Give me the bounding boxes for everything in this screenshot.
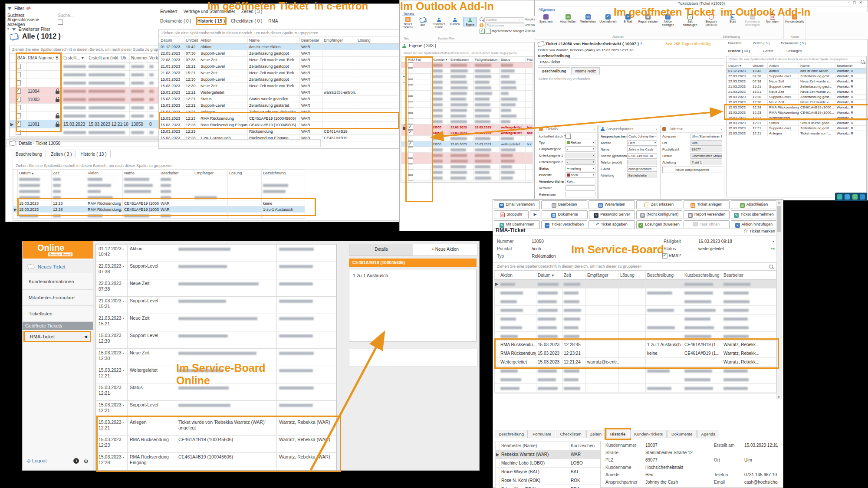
row-checkbox[interactable] [16, 97, 21, 102]
table-row[interactable] [401, 119, 533, 124]
table-row[interactable] [401, 147, 533, 153]
tab-1[interactable]: Zeiten ( 3 ) [753, 41, 770, 45]
details-bar[interactable]: Details - Ticket 13050 [7, 139, 321, 147]
table-row[interactable] [495, 306, 776, 314]
tab-1[interactable]: Zeiten ( 3 ) [47, 150, 76, 158]
table-row[interactable]: 22.03.2023 - 07:38Support-Level [96, 262, 336, 279]
table-row[interactable]: 21.03.202315:21Support-LevelZeiterfassun… [727, 84, 866, 89]
column-header[interactable]: Datum ▾ [727, 63, 751, 69]
table-row[interactable]: 15.03.202312:23RMA RücksendungCE461A#B19… [727, 110, 866, 115]
table-row[interactable]: 15.03.202312:30Support-LevelZeiterfassun… [159, 76, 402, 83]
tab-0[interactable]: Beschreibung [538, 67, 570, 75]
column-header[interactable]: Status [500, 57, 526, 62]
pin-icon[interactable]: ▪ [594, 127, 595, 131]
row-checkbox[interactable] [408, 108, 413, 113]
column-header[interactable]: Kurzzeichen [569, 442, 600, 450]
table-row[interactable]: + [401, 68, 533, 74]
table-row[interactable]: 22.03.202307:38Neue ZeitNeue Zeit wurde … [159, 57, 402, 63]
row-checkbox[interactable] [408, 79, 413, 85]
table-row[interactable]: AnsprechpartnerJohnny the CashEmailcash@… [604, 478, 778, 486]
row-checkbox[interactable] [408, 113, 413, 118]
info-icon[interactable]: i [73, 458, 79, 464]
password-server-button[interactable]: YPassword Server [589, 210, 635, 219]
field-value[interactable]: Cash, Johnny the▾ [627, 134, 657, 139]
table-row[interactable] [401, 113, 533, 119]
column-header[interactable]: Erstellt am (inkl. Uh... [87, 54, 130, 62]
table-row[interactable]: ▶Rebekka Warratz (WAR)WAR [496, 450, 600, 459]
table-row[interactable]: + [401, 79, 533, 85]
chevron-down-icon[interactable]: ▾ [774, 443, 776, 447]
table-row[interactable]: KundennameHochsicherheitstakt [604, 464, 778, 471]
toolbar-icon-2[interactable] [845, 194, 850, 200]
table-row[interactable]: 21.03.202315:21Neue ZeitNeue Zeit wurde … [159, 70, 402, 76]
field-value[interactable]: -▾ [566, 153, 595, 158]
ticket-uebernehmen-button[interactable]: ✎Ticket übernehmen [731, 210, 777, 219]
table-row[interactable]: 21.03.202315:21Support-LevelZeiterfassun… [159, 63, 402, 70]
column-header[interactable]: Name [123, 170, 159, 176]
table-row[interactable] [495, 323, 776, 332]
tab-3[interactable]: Zeiten [586, 430, 605, 438]
table-row[interactable]: 15.03.202312:30Neue ZeitNeue Zeit wurde … [159, 83, 402, 89]
table-row[interactable]: Weitergeleitet15.03.202312:21:24warratz@… [495, 358, 776, 367]
table-row[interactable] [401, 85, 533, 91]
table-row[interactable] [13, 182, 405, 188]
table-row[interactable] [495, 367, 776, 375]
table-row[interactable]: 15.03.2023 - 12:30Support-Level [96, 331, 336, 349]
table-row[interactable]: 15.03.2023 - 12:21Support-Level [96, 401, 336, 418]
table-row[interactable]: 15.03.202312:30Neue ZeitNeue Zeit wurde … [727, 100, 866, 105]
tab-1[interactable]: Geräte [763, 49, 773, 53]
table-row[interactable]: 01.12.202310:42Aktiondas ist eine Aktion… [159, 44, 402, 50]
filter-checkbox[interactable] [480, 29, 485, 34]
sidebar-item-0[interactable]: Kundeninformationen [23, 274, 93, 290]
tab-6[interactable]: Dokumente [667, 430, 697, 438]
abgeschlossene-checkbox[interactable] [486, 29, 491, 34]
tab-2[interactable]: Lösungen [786, 49, 802, 53]
search-icon[interactable] [769, 265, 773, 269]
column-header[interactable]: Nummer [130, 54, 148, 62]
field-value[interactable]: hoch▾ [566, 172, 595, 178]
row-checkbox[interactable] [408, 158, 413, 164]
table-row[interactable]: Kundennummer10007Erstellt am15.03.2023 1… [604, 442, 778, 449]
tab-2[interactable]: Historie ( 13 ) [77, 150, 111, 158]
row-checkbox[interactable] [408, 130, 413, 135]
table-row[interactable]: 01.12.2023 - 10:42Aktion [96, 245, 336, 262]
abschliessen-button[interactable]: ▤Abschließen [731, 200, 777, 209]
table-row[interactable]: 15.03.202312:21StatusStatus wurde geän..… [727, 121, 866, 126]
ticketnummer-input[interactable]: Ticketnummer [485, 23, 525, 28]
tab-0[interactable]: Beschreibung [495, 430, 528, 438]
search-icon[interactable] [861, 60, 865, 64]
stoppuhr-button[interactable]: ◴Stoppuhr [494, 210, 529, 219]
table-row[interactable]: 15.03.202312:21AnlegenTicket wurde von '… [727, 131, 866, 136]
table-row[interactable]: PLZ89077OrtUlm [604, 456, 778, 464]
column-header[interactable]: Aktion [499, 271, 536, 280]
tab-1[interactable]: Formulare [529, 430, 555, 438]
field-value[interactable]: 89077 [690, 147, 722, 152]
column-header[interactable]: B... [54, 54, 62, 62]
tab-4[interactable]: Historie [606, 430, 629, 438]
weiterleiten-button[interactable]: ▤Weiterleiten [578, 13, 598, 23]
row-checkbox[interactable] [408, 136, 413, 141]
chevron-down-icon[interactable]: ▾ [773, 240, 774, 243]
table-row[interactable] [495, 314, 776, 323]
vertical-scrollbar[interactable]: ▲▼ [776, 200, 782, 399]
table-row[interactable] [495, 297, 776, 306]
column-header[interactable]: Fälligkeitsdatum [473, 57, 500, 62]
speichern-button[interactable]: Speichern [536, 13, 556, 23]
column-header[interactable]: Empfänger [193, 170, 228, 176]
row-checkbox[interactable] [408, 96, 413, 102]
field-value[interactable]: Koh... [566, 179, 595, 184]
tab-0[interactable]: Dokumente ( 0 ) [160, 19, 191, 23]
tab-0[interactable]: Erweitert [728, 41, 742, 45]
table-row[interactable] [401, 91, 533, 96]
table-row[interactable]: Statusweitergeleitet [662, 245, 777, 252]
kunden-button[interactable]: Kunden [448, 17, 461, 26]
field-value[interactable] [566, 192, 595, 197]
table-row[interactable]: 15.03.202312:28RMA Rücksendung EingangCE… [159, 122, 402, 128]
row-checkbox[interactable] [16, 121, 21, 127]
table-row[interactable]: 15.03.2023 - 12:21AnlegenTicket wurde vo… [96, 418, 336, 436]
row-checkbox[interactable] [408, 175, 413, 180]
column-header[interactable]: Bearbeiter [159, 170, 193, 176]
table-row[interactable]: Fälligkeit16.03.2023 09:18 [662, 238, 777, 245]
table-row[interactable]: 15.03.202312:28RMA Rücksendung...CE461A#… [727, 105, 866, 110]
ticket-abgeben-button[interactable]: ↶Ticket abgeben [589, 220, 635, 229]
